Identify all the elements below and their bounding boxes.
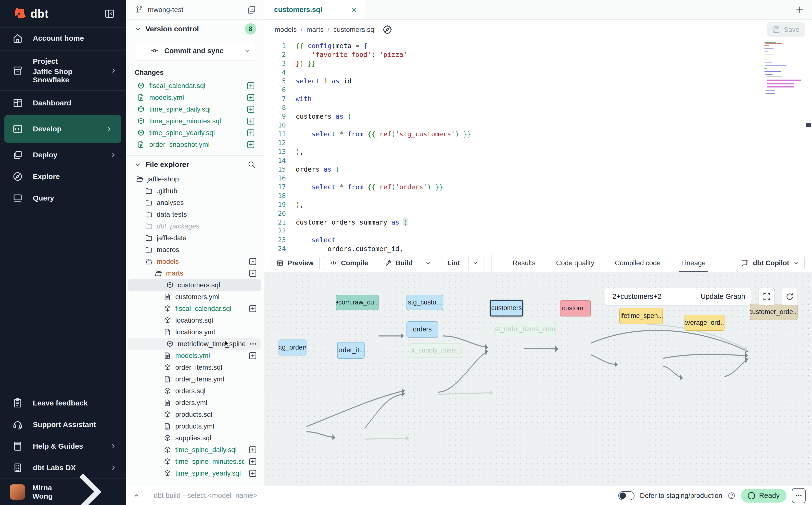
sidebar-item-support-assistant[interactable]: Support Assistant	[0, 414, 126, 436]
tree-item-analyses[interactable]: analyses	[126, 197, 264, 209]
plus-box-icon[interactable]	[247, 140, 255, 149]
fullscreen-button[interactable]	[759, 288, 775, 306]
tree-item-models-yml[interactable]: models.yml	[126, 350, 264, 362]
lineage-node-cust_orde[interactable]: customer_orde...	[750, 304, 798, 320]
lint-button[interactable]: Lint	[441, 256, 484, 270]
lineage-node-customers[interactable]: customers	[490, 300, 523, 317]
refresh-button[interactable]	[782, 288, 798, 306]
code-line-8[interactable]: 8	[264, 103, 812, 112]
lineage-node-orders[interactable]: orders	[407, 321, 438, 338]
plus-box-icon[interactable]	[247, 117, 255, 126]
copy-branch-icon[interactable]	[247, 5, 256, 14]
dot-box-icon[interactable]	[247, 152, 255, 153]
plus-box-icon[interactable]	[247, 93, 255, 102]
tree-item-products-sql[interactable]: products.sql	[126, 409, 264, 420]
version-control-header[interactable]: Version control 8	[126, 20, 264, 38]
code-line-2[interactable]: 2 'favorite_food': 'pizza'	[264, 50, 812, 59]
branch-name[interactable]: mwong-test	[148, 6, 242, 14]
compile-button[interactable]: Compile	[324, 256, 374, 270]
copilot-compass-icon[interactable]	[382, 24, 392, 35]
code-line-15[interactable]: 15orders as (	[264, 165, 812, 174]
plus-box-icon[interactable]	[247, 129, 255, 137]
tab-customers-sql[interactable]: customers.sql	[264, 0, 365, 19]
tab-code-quality[interactable]: Code quality	[556, 254, 594, 272]
lineage-graph[interactable]: count_lifetim...ecom.raw_cu...stg_custo.…	[264, 272, 812, 486]
tree-item-time-spine-minutes-sql[interactable]: time_spine_minutes.sql	[126, 456, 264, 468]
code-line-22[interactable]: 22	[264, 227, 812, 235]
change-row[interactable]: time_spine_yearly.sql	[126, 127, 264, 139]
plus-box-icon[interactable]	[249, 469, 257, 478]
lineage-node-stg_custo[interactable]: stg_custo...	[407, 295, 443, 310]
code-line-4[interactable]: 4	[264, 68, 812, 77]
code-line-6[interactable]: 6	[264, 86, 812, 95]
update-graph-button[interactable]: Update Graph	[695, 288, 751, 305]
tree-item-locations-sql[interactable]: locations.sql	[126, 315, 264, 326]
change-row[interactable]: order_snapshot.yml	[126, 139, 264, 151]
sidebar-item-query[interactable]: Query	[0, 187, 126, 209]
tree-item--github[interactable]: .github	[126, 185, 264, 197]
code-line-20[interactable]: 20	[264, 209, 812, 218]
lineage-node-order_it[interactable]: order_it...	[337, 342, 364, 359]
close-icon[interactable]	[350, 6, 358, 13]
code-line-19[interactable]: 19),	[264, 200, 812, 209]
code-line-3[interactable]: 3}) }}	[264, 59, 812, 68]
new-tab-icon[interactable]	[795, 5, 805, 15]
plus-box-icon[interactable]	[249, 304, 257, 313]
change-row[interactable]: fiscal_calendar.sql	[126, 80, 264, 92]
sidebar-item-deploy[interactable]: Deploy	[0, 144, 126, 166]
tree-item-fiscal-calendar-sql[interactable]: fiscal_calendar.sql	[126, 303, 264, 315]
preview-button[interactable]: Preview	[270, 256, 320, 270]
tree-item-jaffle-shop[interactable]: jaffle-shop	[126, 173, 264, 185]
lineage-node-lifetime[interactable]: lifetime_spen...	[619, 308, 663, 324]
lineage-node-average[interactable]: average_ord...	[684, 315, 724, 331]
plus-box-icon[interactable]	[249, 446, 257, 454]
code-line-7[interactable]: 7with	[264, 95, 812, 103]
breadcrumb-marts[interactable]: marts	[306, 26, 324, 34]
code-line-16[interactable]: 16	[264, 174, 812, 183]
minimap[interactable]	[765, 42, 801, 96]
help-circle-icon[interactable]	[728, 492, 736, 500]
plus-box-icon[interactable]	[249, 351, 257, 360]
code-line-9[interactable]: 9customers as (	[264, 112, 812, 121]
dbt-copilot-button[interactable]: dbt Copilot	[735, 256, 805, 270]
tab-compiled-code[interactable]: Compiled code	[615, 254, 661, 272]
tree-item-orders-sql[interactable]: orders.sql	[126, 385, 264, 397]
dots-h-icon[interactable]	[249, 340, 257, 348]
tree-item-dbt-packages[interactable]: dbt_packages	[126, 220, 264, 232]
code-line-17[interactable]: 17 select * from {{ ref('orders') }}	[264, 183, 812, 191]
sidebar-item-leave-feedback[interactable]: Leave feedback	[0, 392, 126, 414]
tab-lineage[interactable]: Lineage	[681, 254, 705, 272]
commit-options-chevron[interactable]	[239, 41, 255, 60]
tree-item-order-items-sql[interactable]: order_items.sql	[126, 362, 264, 373]
breadcrumb-models[interactable]: models	[275, 26, 297, 34]
sidebar-item-explore[interactable]: Explore	[0, 166, 126, 187]
tree-item-metricflow-time-spine-sql[interactable]: metricflow_time_spine.sql	[128, 338, 261, 350]
commit-and-sync-button[interactable]: Commit and sync	[135, 41, 255, 61]
dot-box-icon[interactable]	[249, 269, 257, 278]
lineage-node-ecom[interactable]: ecom.raw_cu...	[336, 295, 378, 310]
lint-options-chevron[interactable]	[468, 256, 478, 270]
tree-item-customers-yml[interactable]: customers.yml	[126, 291, 264, 303]
collapse-sidebar-icon[interactable]	[104, 8, 115, 19]
code-line-18[interactable]: 18	[264, 191, 812, 200]
tree-item-time-spine-yearly-sql[interactable]: time_spine_yearly.sql	[126, 468, 264, 479]
breadcrumb-file[interactable]: customers.sql	[333, 26, 376, 34]
tree-item-supplies-sql[interactable]: supplies.sql	[126, 432, 264, 444]
tree-item-macros[interactable]: macros	[126, 244, 264, 256]
file-explorer-header[interactable]: File explorer	[126, 156, 264, 173]
change-row[interactable]: time_spine_minutes.sql	[126, 115, 264, 127]
dot-box-icon[interactable]	[249, 257, 257, 266]
tree-item-customers-sql[interactable]: customers.sql	[128, 279, 261, 291]
tree-item-products-yml[interactable]: products.yml	[126, 420, 264, 432]
command-input[interactable]: dbt build --select <model_name>	[147, 492, 618, 500]
sidebar-item-develop[interactable]: Develop	[4, 115, 121, 143]
tree-item-order-items-yml[interactable]: order_items.yml	[126, 373, 264, 385]
code-line-11[interactable]: 11 select * from {{ ref('stg_customers')…	[264, 130, 812, 139]
tree-item-jaffle-data[interactable]: jaffle-data	[126, 232, 264, 244]
lineage-node-custom_pk[interactable]: custom...	[560, 300, 591, 317]
code-line-14[interactable]: 14	[264, 156, 812, 165]
lineage-node-stg_orders[interactable]: stg_orders	[279, 340, 306, 355]
code-line-1[interactable]: 1{{ config(meta = {	[264, 41, 812, 50]
lineage-selector-input[interactable]: 2+customers+2	[605, 288, 695, 305]
code-line-24[interactable]: 24 orders.customer_id,	[264, 244, 812, 253]
